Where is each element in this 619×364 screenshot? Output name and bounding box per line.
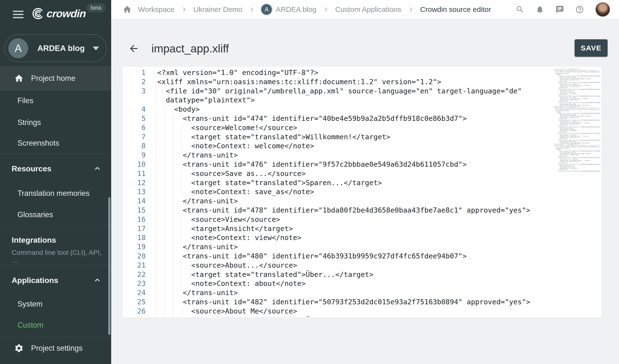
code-line[interactable]: 15 <trans-unit id="478" identifier="1bda… (123, 206, 602, 215)
sidebar-item-label: Glossaries (17, 210, 53, 219)
code-line[interactable]: 22 <target state="translated">Über...</t… (123, 270, 602, 279)
line-number: 16 (123, 215, 146, 224)
chevron-right-icon (323, 6, 329, 13)
code-text: <target>Ansicht</target> (146, 224, 602, 233)
chevron-up-icon (94, 165, 101, 172)
breadcrumb: WorkspaceUkrainer DemoAARDEA blogCustom … (123, 0, 491, 19)
help-icon[interactable] (575, 5, 584, 14)
indent-guide (165, 224, 165, 233)
code-line[interactable]: 3 <file id="30" original="/umbrella_app.… (123, 87, 602, 96)
sidebar-section-integrations[interactable]: Integrations (0, 229, 111, 251)
breadcrumb-item[interactable]: AARDEA blog (261, 4, 316, 15)
indent-guide (165, 252, 165, 261)
sidebar-item-label: System (17, 300, 42, 308)
code-line[interactable]: 14 </trans-unit> (123, 196, 602, 206)
code-line[interactable]: 7 <target state="translated">Willkommen!… (123, 132, 602, 142)
indent-guide (165, 307, 165, 316)
sidebar-item-files[interactable]: Files (0, 90, 111, 112)
indent-guide (165, 206, 165, 215)
indent-guide (165, 316, 165, 317)
sidebar-scrollbar[interactable] (108, 197, 111, 335)
code-line[interactable]: 24 </trans-unit> (123, 288, 602, 297)
code-line[interactable]: 16 <source>View</source> (123, 215, 602, 224)
line-number: 12 (123, 178, 146, 188)
indent-guide (156, 288, 156, 297)
code-line[interactable]: datatype="plaintext"> (123, 96, 602, 105)
messages-icon[interactable] (555, 5, 564, 14)
code-line[interactable]: 6 <source>Welcome!</source> (123, 123, 602, 132)
code-text: <trans-unit id="482" identifier="50793f2… (146, 297, 602, 307)
code-line[interactable]: 12 <target state="translated">Sparen...<… (123, 178, 602, 188)
line-number (123, 96, 146, 105)
line-number: 2 (123, 77, 146, 87)
breadcrumb-item[interactable]: Workspace (138, 5, 175, 14)
indent-guide (156, 215, 156, 224)
crowdin-logo-icon (31, 7, 44, 20)
code-line[interactable]: 13 <note>Context: save_as</note> (123, 187, 602, 196)
code-line[interactable]: 4 <body> (123, 105, 602, 114)
editor-minimap[interactable]: <?xml version="1.0" encoding="UTF-8"?> <… (554, 69, 600, 172)
code-line[interactable]: 27 <target state="translated">Über Mich<… (123, 316, 602, 317)
sidebar-item-screenshots[interactable]: Screenshots (0, 132, 111, 154)
indent-guide (182, 178, 182, 188)
indent-guide (173, 288, 173, 297)
code-line[interactable]: 10 <trans-unit id="476" identifier="9f57… (123, 160, 602, 169)
indent-guide (165, 105, 165, 114)
sidebar-item-translation-memories[interactable]: Translation memories (0, 182, 111, 204)
code-lines[interactable]: 1<?xml version="1.0" encoding="UTF-8"?>2… (123, 68, 602, 317)
indent-guide (165, 132, 165, 142)
sidebar-item-glossaries[interactable]: Glossaries (0, 204, 111, 226)
code-line[interactable]: 17 <target>Ansicht</target> (123, 224, 602, 233)
indent-guide (173, 178, 173, 188)
code-line[interactable]: 19 </trans-unit> (123, 242, 602, 252)
sidebar-section-label: Applications (12, 276, 58, 285)
code-line[interactable]: 5 <trans-unit id="474" identifier="40be4… (123, 114, 602, 123)
indent-guide (156, 151, 156, 160)
save-button[interactable]: SAVE (575, 39, 608, 57)
sidebar-item-custom[interactable]: Custom (0, 314, 111, 336)
indent-guide (156, 123, 156, 132)
sidebar-section-resources[interactable]: Resources (0, 158, 111, 180)
code-editor[interactable]: 1<?xml version="1.0" encoding="UTF-8"?>2… (123, 67, 602, 317)
sidebar-item-strings[interactable]: Strings (0, 112, 111, 133)
code-line[interactable]: 26 <source>About Me</source> (123, 307, 602, 316)
code-line[interactable]: 25 <trans-unit id="482" identifier="5079… (123, 297, 602, 307)
code-line[interactable]: 2<xliff xmlns="urn:oasis:names:tc:xliff:… (123, 77, 602, 87)
sidebar-item-system[interactable]: System (0, 293, 111, 315)
back-arrow-icon[interactable] (128, 43, 139, 54)
sidebar-section-applications[interactable]: Applications (0, 269, 111, 291)
sidebar-item-project-settings[interactable]: Project settings (0, 337, 111, 359)
code-line[interactable]: 9 </trans-unit> (123, 151, 602, 160)
sidebar-item-project-home[interactable]: Project home (0, 66, 111, 90)
breadcrumb-item: Crowdin source editor (420, 5, 491, 14)
code-line[interactable]: 20 <trans-unit id="480" identifier="46b3… (123, 252, 602, 261)
indent-guide (165, 196, 165, 206)
notifications-icon[interactable] (535, 5, 544, 14)
breadcrumb-item[interactable]: Ukrainer Demo (194, 5, 242, 14)
line-number: 19 (123, 242, 146, 252)
indent-guide (165, 151, 165, 160)
code-line[interactable]: 18 <note>Context: view</note> (123, 233, 602, 242)
code-line[interactable]: 8 <note>Context: welcome</note> (123, 141, 602, 151)
crowdin-logo[interactable]: crowdin (31, 6, 86, 21)
line-number: 10 (123, 160, 146, 169)
breadcrumb-home-icon[interactable] (123, 5, 132, 14)
breadcrumb-label: Ukrainer Demo (194, 5, 242, 14)
project-switcher[interactable]: A ARDEA blog (4, 34, 107, 62)
user-avatar[interactable] (595, 2, 610, 17)
line-number: 9 (123, 151, 146, 160)
code-line[interactable]: 1<?xml version="1.0" encoding="UTF-8"?> (123, 68, 602, 77)
indent-guide (165, 178, 165, 188)
search-icon[interactable] (516, 5, 524, 14)
indent-guide (173, 224, 173, 233)
breadcrumb-item[interactable]: Custom Applications (335, 5, 401, 14)
code-line[interactable]: 23 <note>Context: about</note> (123, 279, 602, 288)
hamburger-menu-icon[interactable] (13, 11, 24, 18)
line-number: 25 (123, 297, 146, 307)
code-text: <target state="translated">Sparen...</ta… (146, 178, 602, 188)
line-number: 22 (123, 270, 146, 279)
indent-guide (182, 224, 182, 233)
indent-guide (156, 105, 156, 114)
code-line[interactable]: 11 <source>Save as...</source> (123, 169, 602, 178)
code-line[interactable]: 21 <source>About...</source> (123, 261, 602, 270)
